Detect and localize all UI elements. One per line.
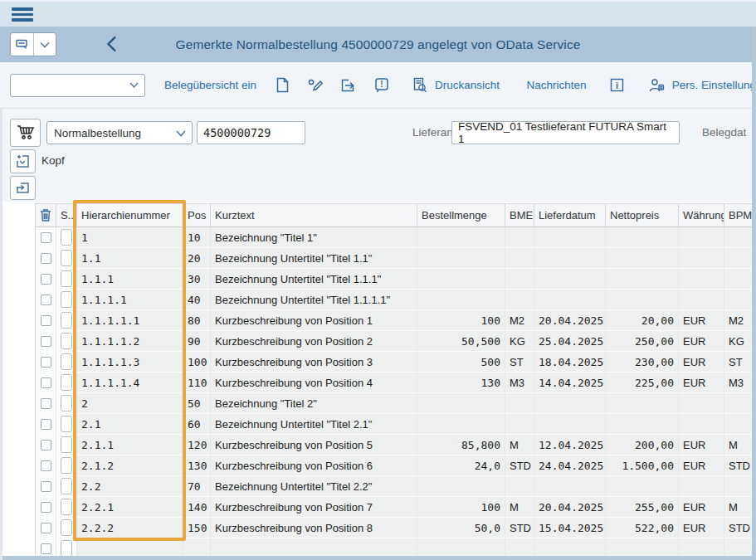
row-status-cell[interactable] bbox=[56, 476, 77, 497]
unit-column-header[interactable]: BME bbox=[505, 204, 534, 227]
cell-currency[interactable]: EUR bbox=[679, 373, 724, 393]
cell-short-text[interactable]: Bezeichnung "Titel 2" bbox=[211, 393, 417, 414]
cell-pos[interactable]: 80 bbox=[183, 310, 211, 331]
cell-currency[interactable] bbox=[679, 393, 724, 414]
status-column-header[interactable]: S.. bbox=[56, 204, 77, 227]
print-preview-button[interactable]: Druckansicht bbox=[409, 75, 500, 96]
row-select-cell[interactable] bbox=[36, 331, 56, 352]
cell-pos[interactable]: 140 bbox=[183, 497, 211, 518]
cell-delivery-date[interactable]: 18.04.2025 bbox=[534, 352, 606, 373]
row-select-checkbox[interactable] bbox=[41, 460, 51, 471]
row-status-box[interactable] bbox=[61, 499, 72, 515]
row-select-checkbox[interactable] bbox=[41, 315, 51, 326]
cell-delivery-date[interactable] bbox=[534, 269, 606, 290]
cell-pos[interactable]: 90 bbox=[183, 331, 211, 352]
cell-net-price[interactable] bbox=[606, 290, 679, 310]
header-tray-expand-button[interactable] bbox=[10, 149, 36, 173]
row-status-cell[interactable] bbox=[56, 455, 77, 476]
row-select-cell[interactable] bbox=[36, 227, 56, 248]
cell-hierarchy[interactable]: 2.2.1 bbox=[77, 497, 183, 518]
cell-unit[interactable]: STD bbox=[505, 455, 534, 476]
cell-hierarchy[interactable]: 2.1 bbox=[77, 414, 183, 435]
row-status-cell[interactable] bbox=[56, 290, 77, 310]
cell-short-text[interactable]: Kurzbeschreibung von Position 4 bbox=[211, 373, 417, 393]
cell-delivery-date[interactable] bbox=[534, 414, 606, 435]
cell-currency[interactable] bbox=[679, 248, 724, 269]
cell-pos[interactable]: 70 bbox=[183, 476, 211, 497]
row-select-cell[interactable] bbox=[36, 476, 56, 497]
row-select-checkbox[interactable] bbox=[41, 357, 51, 368]
messages-icon[interactable]: ! bbox=[372, 75, 391, 96]
row-select-checkbox[interactable] bbox=[41, 543, 51, 554]
cell-quantity[interactable] bbox=[417, 290, 505, 310]
row-status-box[interactable] bbox=[61, 312, 72, 329]
row-status-cell[interactable] bbox=[56, 518, 77, 538]
row-select-checkbox[interactable] bbox=[41, 523, 51, 533]
cell-quantity[interactable]: 100 bbox=[417, 310, 505, 331]
row-status-cell[interactable] bbox=[56, 373, 77, 393]
info-icon[interactable]: i bbox=[607, 75, 627, 96]
back-button[interactable] bbox=[101, 34, 121, 54]
row-status-box[interactable] bbox=[61, 291, 72, 308]
row-select-cell[interactable] bbox=[36, 518, 56, 538]
cell-quantity[interactable] bbox=[417, 414, 505, 435]
cell-hierarchy[interactable]: 1.1.1 bbox=[77, 269, 183, 290]
cell-pos[interactable]: 130 bbox=[183, 455, 211, 476]
cell-net-price[interactable]: 250,00 bbox=[606, 331, 679, 352]
cell-unit[interactable]: M3 bbox=[505, 373, 534, 393]
row-select-cell[interactable] bbox=[36, 435, 56, 455]
cell-delivery-date[interactable] bbox=[534, 290, 606, 310]
cell-currency[interactable]: EUR bbox=[679, 435, 724, 455]
cell-short-text[interactable]: Bezeichnung Untertitel "Titel 1.1.1.1" bbox=[211, 290, 417, 310]
cell-hierarchy[interactable]: 1.1.1.1 bbox=[77, 290, 183, 310]
cell-net-price[interactable]: 522,00 bbox=[606, 518, 679, 538]
quantity-column-header[interactable]: Bestellmenge bbox=[417, 204, 505, 227]
display-change-icon[interactable] bbox=[306, 75, 325, 96]
row-select-checkbox[interactable] bbox=[41, 419, 51, 430]
row-status-box[interactable] bbox=[61, 229, 72, 246]
cell-hierarchy[interactable]: 1.1.1.1.4 bbox=[77, 373, 183, 393]
cell-net-price[interactable]: 225,00 bbox=[606, 373, 679, 393]
currency-column-header[interactable]: Währung bbox=[679, 204, 724, 227]
cell-quantity[interactable]: 50,500 bbox=[417, 331, 505, 352]
row-select-cell[interactable] bbox=[36, 290, 56, 310]
row-status-cell[interactable] bbox=[56, 352, 77, 373]
cell-quantity[interactable] bbox=[417, 476, 505, 497]
cell-delivery-date[interactable] bbox=[534, 248, 606, 269]
cell-quantity[interactable] bbox=[417, 393, 505, 414]
cell-currency[interactable]: EUR bbox=[679, 518, 724, 538]
cell-quantity[interactable]: 24,0 bbox=[417, 455, 505, 476]
row-status-cell[interactable] bbox=[56, 414, 77, 435]
order-type-select[interactable]: Normalbestellung bbox=[46, 121, 193, 144]
cell-hierarchy[interactable]: 2.2 bbox=[77, 476, 183, 497]
row-select-cell[interactable] bbox=[36, 497, 56, 518]
cell-pos[interactable]: 50 bbox=[183, 393, 211, 414]
cell-quantity[interactable]: 500 bbox=[417, 352, 505, 373]
cell-pos[interactable]: 40 bbox=[183, 290, 211, 310]
cell-delivery-date[interactable]: 25.04.2025 bbox=[534, 331, 606, 352]
cell-hierarchy[interactable]: 2.1.1 bbox=[77, 435, 183, 455]
cell-hierarchy[interactable]: 2 bbox=[77, 393, 183, 414]
row-status-box[interactable] bbox=[61, 540, 72, 557]
cell-net-price[interactable] bbox=[606, 393, 679, 414]
cell-delivery-date[interactable] bbox=[534, 393, 606, 414]
cell-quantity[interactable] bbox=[417, 227, 505, 248]
cell-unit[interactable]: STD bbox=[505, 518, 534, 538]
row-status-cell[interactable] bbox=[56, 435, 77, 455]
cell-short-text[interactable]: Kurzbeschreibung von Position 7 bbox=[211, 497, 417, 518]
cell-short-text[interactable]: Kurzbeschreibung von Position 6 bbox=[211, 455, 417, 476]
items-tray-expand-button[interactable] bbox=[10, 176, 36, 200]
cell-unit[interactable] bbox=[505, 290, 534, 310]
menu-hamburger-icon[interactable] bbox=[12, 7, 33, 23]
cell-quantity[interactable]: 50,0 bbox=[417, 518, 505, 538]
cell-short-text[interactable]: Bezeichnung "Titel 1" bbox=[211, 227, 417, 248]
cell-delivery-date[interactable]: 20.04.2025 bbox=[534, 497, 606, 518]
row-status-box[interactable] bbox=[61, 478, 72, 494]
row-status-cell[interactable] bbox=[56, 227, 77, 248]
row-select-checkbox[interactable] bbox=[41, 336, 51, 347]
row-select-cell[interactable] bbox=[36, 310, 56, 331]
cell-delivery-date[interactable] bbox=[534, 227, 606, 248]
row-select-cell[interactable] bbox=[36, 352, 56, 373]
cell-currency[interactable] bbox=[679, 414, 724, 435]
cell-net-price[interactable] bbox=[606, 414, 679, 435]
